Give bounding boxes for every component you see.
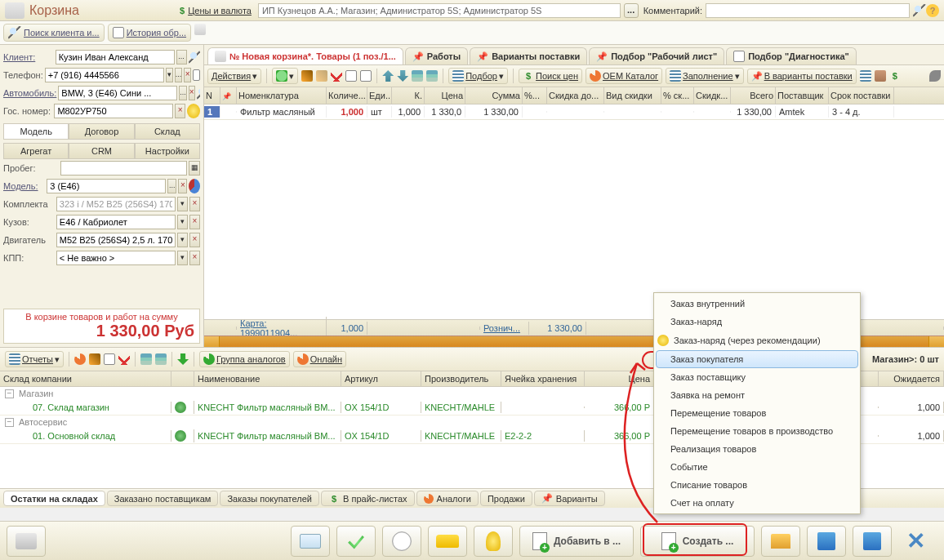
col-sum[interactable]: Сумма bbox=[465, 87, 523, 104]
menu-item-supplier-order[interactable]: Заказ поставщику bbox=[656, 368, 858, 386]
btab-ordered[interactable]: Заказано поставщикам bbox=[107, 491, 219, 506]
kpp-drop[interactable]: ▾ bbox=[177, 251, 188, 265]
col-t[interactable]: 📌 bbox=[220, 87, 237, 104]
phone-clear[interactable]: × bbox=[184, 68, 191, 82]
menu-item-goods-transfer-prod[interactable]: Перемещение товаров в производство bbox=[656, 422, 858, 440]
edit-icon[interactable] bbox=[89, 353, 100, 365]
close-button[interactable]: ✕ bbox=[898, 526, 937, 557]
collapse-icon[interactable]: − bbox=[5, 389, 14, 398]
phone-dots[interactable]: ... bbox=[175, 68, 183, 82]
delete-icon[interactable] bbox=[331, 70, 342, 82]
kompl-clear[interactable]: × bbox=[189, 197, 200, 211]
actions-button[interactable]: Действия ▾ bbox=[207, 69, 261, 84]
oem-button[interactable]: OEM Каталог bbox=[586, 68, 662, 84]
dvig-clear[interactable]: × bbox=[189, 233, 200, 247]
tab-sklad[interactable]: Склад bbox=[135, 123, 200, 139]
tab-works[interactable]: 📌Работы bbox=[405, 47, 468, 64]
col-supplier[interactable]: Поставщик bbox=[776, 87, 829, 104]
btab-orders[interactable]: Заказы покупателей bbox=[220, 491, 319, 506]
kuzov-field[interactable] bbox=[56, 215, 176, 229]
kuzov-drop[interactable]: ▾ bbox=[177, 215, 188, 229]
sort2-icon[interactable] bbox=[426, 70, 438, 82]
col-price[interactable]: Цена bbox=[425, 87, 465, 104]
paste-icon[interactable] bbox=[360, 70, 372, 82]
col-total[interactable]: Всего bbox=[731, 87, 776, 104]
help-icon[interactable]: ? bbox=[926, 4, 939, 17]
col-discount[interactable]: Скидка до... bbox=[547, 87, 604, 104]
wrench-icon[interactable] bbox=[929, 70, 941, 82]
menu-item-writeoff[interactable]: Списание товаров bbox=[656, 476, 858, 494]
auto-clear[interactable]: × bbox=[189, 86, 195, 100]
extra-icon1[interactable] bbox=[860, 70, 871, 82]
delete-icon[interactable] bbox=[118, 353, 130, 365]
kuzov-clear[interactable]: × bbox=[189, 215, 200, 229]
btab-sales[interactable]: Продажи bbox=[480, 491, 532, 506]
org-select-button[interactable]: ... bbox=[624, 3, 639, 18]
dvig-field[interactable] bbox=[56, 233, 176, 247]
search-client-button[interactable]: Поиск клиента и... bbox=[3, 24, 105, 42]
model-clear[interactable]: × bbox=[178, 179, 187, 193]
sort-za-icon[interactable] bbox=[155, 353, 167, 365]
menu-item-internal-order[interactable]: Заказ внутренний bbox=[656, 295, 858, 313]
col-delivery[interactable]: Срок поставки bbox=[829, 87, 894, 104]
history-button[interactable]: История обр... bbox=[108, 24, 191, 42]
card-button[interactable] bbox=[291, 526, 330, 557]
stock-col-maker[interactable]: Производитель bbox=[421, 371, 501, 386]
tab-dogovor[interactable]: Договор bbox=[69, 123, 134, 139]
model-label[interactable]: Модель: bbox=[3, 181, 45, 191]
move-down-icon[interactable] bbox=[397, 70, 408, 82]
col-disc-amt[interactable]: Скидк... bbox=[694, 87, 731, 104]
col-pct[interactable]: %... bbox=[523, 87, 547, 104]
client-field[interactable] bbox=[56, 50, 175, 64]
auto-field[interactable] bbox=[58, 86, 177, 100]
auto-label[interactable]: Автомобиль: bbox=[3, 88, 56, 98]
car-button[interactable] bbox=[428, 526, 467, 557]
stock-col-name[interactable]: Наименование bbox=[194, 371, 341, 386]
dvig-drop[interactable]: ▾ bbox=[177, 233, 188, 247]
zapolnenie-button[interactable]: Заполнение ▾ bbox=[666, 68, 744, 84]
model-field[interactable] bbox=[47, 179, 166, 193]
btab-variants[interactable]: 📌Варианты bbox=[534, 491, 605, 506]
model-dots[interactable]: ... bbox=[167, 179, 176, 193]
collapse-icon[interactable]: − bbox=[5, 418, 14, 427]
probeg-field[interactable] bbox=[60, 161, 187, 176]
sort-icon[interactable] bbox=[412, 70, 423, 82]
btab-analogs[interactable]: Аналоги bbox=[416, 491, 479, 506]
add-to-button[interactable]: Добавить в ... bbox=[519, 526, 634, 557]
menu-item-repair-request[interactable]: Заявка на ремонт bbox=[656, 386, 858, 404]
podbor-button[interactable]: Подбор ▾ bbox=[448, 68, 508, 84]
kpp-field[interactable] bbox=[56, 251, 176, 265]
stock-col-warehouse[interactable]: Склад компании bbox=[0, 371, 171, 386]
footer-type[interactable]: Рознич... bbox=[480, 322, 529, 335]
col-qty[interactable]: Количе... bbox=[327, 87, 367, 104]
online-button[interactable]: Онлайн bbox=[293, 351, 346, 367]
prices-link[interactable]: Цены и валюта bbox=[188, 6, 252, 16]
hint-button[interactable] bbox=[474, 526, 513, 557]
dollar-icon2[interactable]: $ bbox=[893, 71, 897, 81]
stock-col-expected[interactable]: Ожидается bbox=[879, 371, 944, 386]
stock-col-globe[interactable] bbox=[171, 371, 194, 386]
refresh-icon[interactable] bbox=[74, 353, 86, 365]
bulb-icon[interactable] bbox=[187, 104, 200, 118]
stock-col-art[interactable]: Артикул bbox=[341, 371, 421, 386]
menu-item-event[interactable]: Событие bbox=[656, 458, 858, 476]
edit2-icon[interactable] bbox=[316, 70, 327, 82]
menu-item-work-order-rec[interactable]: Заказ-наряд (через рекомендации) bbox=[656, 331, 858, 350]
chart-icon[interactable] bbox=[189, 179, 200, 193]
phone-field[interactable] bbox=[45, 68, 164, 82]
sort-az-icon[interactable] bbox=[140, 353, 152, 365]
btab-pricelist[interactable]: $В прайс-листах bbox=[321, 491, 415, 506]
doc-icon[interactable] bbox=[104, 353, 115, 365]
col-discount-type[interactable]: Вид скидки bbox=[604, 87, 661, 104]
comment-field[interactable] bbox=[706, 3, 910, 18]
tab-agregat[interactable]: Агрегат bbox=[3, 143, 69, 158]
open-button[interactable] bbox=[761, 526, 800, 557]
kpp-clear[interactable]: × bbox=[189, 251, 200, 265]
save-button[interactable] bbox=[853, 526, 892, 557]
col-k[interactable]: К. bbox=[392, 87, 425, 104]
organization-field[interactable] bbox=[258, 3, 621, 18]
add-button[interactable]: ▾ bbox=[272, 68, 298, 84]
stock-col-price[interactable]: Цена bbox=[585, 371, 654, 386]
poisk-cen-button[interactable]: $Поиск цен bbox=[519, 69, 582, 83]
kompl-drop[interactable]: ▾ bbox=[177, 197, 188, 211]
